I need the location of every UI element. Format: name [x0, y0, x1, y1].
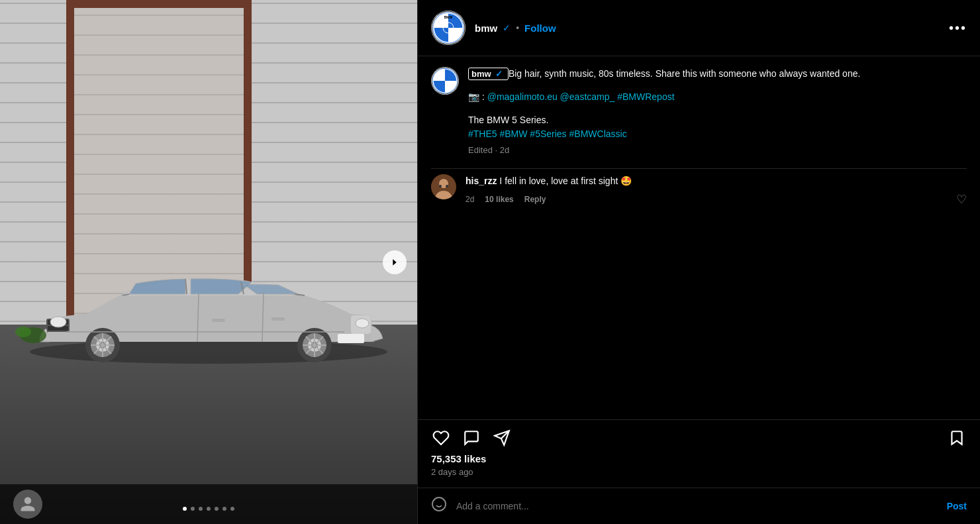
caption-content: bmw ✓ Big hair, synth music, 80s timeles…	[468, 67, 967, 155]
hashtags-text[interactable]: #THE5 #BMW #5Series #BMWClassic	[468, 129, 627, 139]
commenter-avatar[interactable]	[431, 174, 456, 199]
post-image-panel	[0, 0, 417, 524]
bmw-profile-logo[interactable]: BMW	[431, 11, 466, 45]
like-comment-icon[interactable]: ♡	[956, 192, 967, 207]
header-user-info: bmw ✓ • Follow	[475, 23, 949, 34]
svg-point-0	[30, 340, 387, 364]
dot-4	[207, 507, 211, 511]
svg-point-14	[356, 319, 369, 328]
hashtag-bmwrepost[interactable]: #BMWRepost	[617, 91, 674, 102]
verified-icon: ✓	[503, 23, 511, 33]
hashtag-bmwclassic[interactable]: #BMWClassic	[569, 129, 627, 139]
action-icons-row	[431, 428, 967, 448]
dot-separator: •	[516, 23, 519, 33]
dot-3	[199, 507, 203, 511]
post-detail-panel: BMW bmw ✓ • Follow •••	[417, 0, 980, 524]
post-comment-button[interactable]: Post	[947, 501, 967, 511]
svg-point-49	[432, 498, 446, 511]
caption-text: bmw ✓ Big hair, synth music, 80s timeles…	[468, 67, 967, 81]
car-illustration	[13, 256, 404, 378]
image-dots-indicator	[183, 507, 234, 511]
follow-button[interactable]: Follow	[524, 23, 556, 34]
post-photo	[0, 0, 417, 524]
svg-rect-31	[338, 334, 364, 343]
dot-6	[222, 507, 226, 511]
svg-text:BMW: BMW	[444, 15, 453, 19]
caption-username[interactable]: bmw ✓	[468, 68, 509, 80]
comment-body: I fell in love, love at first sight 🤩	[499, 176, 632, 186]
comment-content: his_rzz I fell in love, love at first si…	[466, 174, 967, 207]
bookmark-button[interactable]	[947, 428, 967, 448]
comment-block: his_rzz I fell in love, love at first si…	[431, 168, 967, 207]
caption-username-text: bmw	[471, 69, 491, 79]
photo-credit: 📷 : @magalimoto.eu @eastcamp_ #BMWRepost	[468, 90, 967, 104]
share-button[interactable]	[492, 428, 512, 448]
actions-bar: 75,353 likes 2 days ago	[418, 419, 980, 488]
post-header: BMW bmw ✓ • Follow •••	[418, 0, 980, 56]
hashtag-bmw[interactable]: #BMW	[499, 129, 527, 139]
emoji-button[interactable]	[431, 496, 447, 516]
caption-block: bmw ✓ Big hair, synth music, 80s timeles…	[431, 67, 967, 155]
svg-point-46	[446, 185, 448, 187]
svg-point-34	[15, 327, 31, 337]
hashtag-the5[interactable]: #THE5	[468, 129, 497, 139]
mention-1[interactable]: @magalimoto.eu	[487, 91, 558, 102]
svg-rect-7	[212, 319, 225, 322]
next-image-button[interactable]	[383, 250, 407, 274]
mention-2[interactable]: @eastcamp_	[560, 91, 615, 102]
comment-time: 2d	[466, 195, 474, 204]
dot-7	[230, 507, 234, 511]
dot-2	[191, 507, 195, 511]
svg-point-13	[50, 317, 66, 327]
hashtag-5series[interactable]: #5Series	[530, 129, 566, 139]
dot-5	[215, 507, 219, 511]
svg-rect-8	[271, 317, 285, 321]
header-username[interactable]: bmw	[475, 23, 497, 34]
comment-text: his_rzz I fell in love, love at first si…	[466, 174, 967, 188]
reply-button[interactable]: Reply	[524, 195, 546, 204]
comment-button[interactable]	[462, 428, 481, 448]
comment-input[interactable]	[456, 501, 938, 511]
bottom-user-bar	[0, 484, 417, 524]
commenter-avatar-img	[431, 174, 456, 199]
car-desc-text: The BMW 5 Series.	[468, 115, 548, 125]
post-time: 2 days ago	[431, 467, 967, 477]
caption-avatar[interactable]	[431, 67, 459, 95]
like-button[interactable]	[431, 428, 451, 448]
comment-meta: 2d 10 likes Reply ♡	[466, 192, 967, 207]
comments-section: bmw ✓ Big hair, synth music, 80s timeles…	[418, 56, 980, 419]
edited-time: Edited · 2d	[468, 145, 967, 155]
likes-count: 75,353 likes	[431, 453, 967, 464]
commenter-username[interactable]: his_rzz	[466, 176, 497, 186]
camera-emoji: 📷	[468, 91, 479, 102]
current-user-avatar	[13, 490, 42, 519]
comment-input-bar: Post	[418, 488, 980, 524]
comment-likes[interactable]: 10 likes	[485, 195, 513, 204]
car-description: The BMW 5 Series.	[468, 113, 967, 127]
caption-body: Big hair, synth music, 80s timeless. Sha…	[509, 68, 860, 79]
dot-1	[183, 507, 187, 511]
svg-point-45	[439, 185, 442, 187]
more-options-button[interactable]: •••	[949, 21, 967, 36]
hashtags-block: #THE5 #BMW #5Series #BMWClassic	[468, 127, 967, 141]
